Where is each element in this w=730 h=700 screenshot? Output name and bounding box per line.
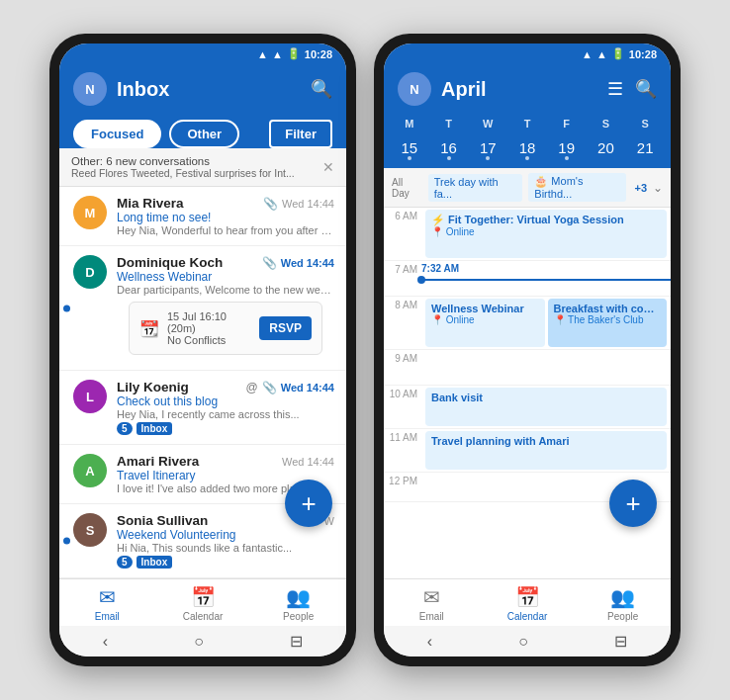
expand-icon[interactable]: ⌄: [653, 181, 663, 195]
list-view-icon[interactable]: ☰: [607, 78, 623, 100]
event-bank-title: Bank visit: [431, 392, 661, 403]
date-15[interactable]: 15: [390, 135, 429, 162]
email-phone: ▲ ▲ 🔋 10:28 N Inbox 🔍 Focused Other Filt…: [49, 34, 356, 666]
nav-email[interactable]: ✉ Email: [59, 585, 155, 622]
recents-button-email[interactable]: ⊟: [290, 632, 303, 651]
status-bar-cal: ▲ ▲ 🔋 10:28: [384, 44, 671, 64]
webinar-card: 📆 15 Jul 16:10 (20m) No Conflicts RSVP: [129, 302, 322, 355]
sender-dominique: Dominique Koch: [117, 255, 223, 270]
date-20[interactable]: 20: [587, 135, 626, 162]
webinar-conflicts: No Conflicts: [167, 334, 251, 346]
time-slot-11am: 11 AM Travel planning with Amari: [384, 429, 671, 473]
day-F: F: [547, 116, 587, 131]
people-icon-cal: 👥: [610, 585, 635, 609]
cal-header: N April ☰ 🔍: [384, 64, 671, 114]
search-icon[interactable]: 🔍: [311, 78, 332, 100]
date-18[interactable]: 18: [507, 135, 547, 162]
avatar-lily: L: [73, 380, 107, 413]
event-travel-title: Travel planning with Amari: [431, 435, 661, 447]
people-nav-label: People: [283, 611, 314, 622]
time-slot-6am: 6 AM ⚡ Fit Together: Virtual Yoga Sessio…: [384, 208, 671, 261]
people-label-cal: People: [607, 611, 638, 622]
email-item-mia[interactable]: M Mia Rivera 📎 Wed 14:44 Long time no se…: [59, 187, 346, 246]
home-button-email[interactable]: ○: [194, 633, 204, 651]
email-item-lily[interactable]: L Lily Koenig @ 📎 Wed 14:44 Check out: [59, 371, 346, 445]
email-nav-icon: ✉: [99, 585, 116, 609]
label-8am: 8 AM: [384, 297, 421, 349]
time-mia: Wed 14:44: [282, 198, 334, 210]
date-16[interactable]: 16: [429, 135, 469, 162]
preview-dominique: Dear participants, Welcome to the new we…: [117, 284, 334, 296]
day-W: W: [468, 116, 507, 131]
preview-mia: Hey Nia, Wonderful to hear from you afte…: [117, 224, 334, 236]
profile-avatar-cal[interactable]: N: [398, 72, 431, 106]
battery-icon: 🔋: [287, 47, 301, 60]
day-M: M: [390, 116, 429, 131]
nav-email-cal[interactable]: ✉ Email: [384, 585, 480, 622]
bottom-nav-cal: ✉ Email 📅 Calendar 👥 People: [384, 578, 671, 626]
day-S1: S: [587, 116, 626, 131]
status-bar-email: ▲ ▲ 🔋 10:28: [59, 44, 346, 64]
rsvp-button[interactable]: RSVP: [259, 316, 312, 340]
date-19[interactable]: 19: [547, 135, 587, 162]
battery-icon-cal: 🔋: [611, 47, 625, 60]
email-item-dominique[interactable]: D Dominique Koch 📎 Wed 14:44 Wellness We…: [59, 246, 346, 371]
add-event-fab[interactable]: +: [609, 480, 657, 527]
allday-event-trek[interactable]: Trek day with fa...: [428, 174, 523, 202]
nav-people-cal[interactable]: 👥 People: [575, 585, 671, 622]
compose-fab[interactable]: +: [285, 480, 332, 527]
more-events[interactable]: +3: [634, 182, 647, 194]
back-button-email[interactable]: ‹: [103, 633, 108, 651]
notification-bar: Other: 6 new conversations Reed Flores T…: [59, 148, 346, 187]
all-day-bar: All Day Trek day with fa... 🎂 Mom's Birt…: [384, 168, 671, 208]
event-wellness-title: Wellness Webinar: [431, 303, 539, 314]
event-yoga-loc: 📍 Online: [431, 226, 661, 237]
recents-button-cal[interactable]: ⊟: [614, 632, 627, 651]
event-wellness[interactable]: Wellness Webinar 📍 Online: [425, 299, 545, 347]
event-bank[interactable]: Bank visit: [425, 388, 667, 426]
at-icon-lily: @: [246, 381, 258, 394]
event-travel[interactable]: Travel planning with Amari: [425, 431, 667, 470]
android-nav-cal: ‹ ○ ⊟: [384, 626, 671, 656]
time-marker-dot: [417, 276, 425, 284]
close-notification-button[interactable]: ✕: [322, 159, 334, 175]
today-date: 20: [587, 139, 626, 156]
event-wellness-loc: 📍 Online: [431, 314, 539, 325]
nav-people[interactable]: 👥 People: [250, 585, 346, 622]
time-slot-7am: 7 AM 7:32 AM: [384, 261, 671, 297]
home-button-cal[interactable]: ○: [518, 633, 528, 651]
event-yoga[interactable]: ⚡ Fit Together: Virtual Yoga Session 📍 O…: [425, 210, 667, 258]
preview-lily: Hey Nia, I recently came across this...: [117, 408, 334, 420]
notif-line2: Reed Flores Tweeted, Festival surprises …: [71, 167, 322, 179]
email-header: N Inbox 🔍: [59, 64, 346, 116]
nav-calendar[interactable]: 📅 Calendar: [155, 585, 251, 622]
email-label-cal: Email: [419, 611, 444, 622]
event-breakfast-title: Breakfast with cous...: [554, 303, 662, 314]
weekday-headers: M T W T F S S: [384, 114, 671, 135]
other-tab[interactable]: Other: [169, 120, 239, 148]
subject-dominique: Wellness Webinar: [117, 270, 334, 284]
profile-avatar[interactable]: N: [73, 72, 107, 106]
sender-amari: Amari Rivera: [117, 454, 199, 469]
date-17[interactable]: 17: [468, 135, 507, 162]
time-slot-9am: 9 AM: [384, 350, 671, 386]
time-slot-10am: 10 AM Bank visit: [384, 386, 671, 429]
badge-lily: 5: [117, 422, 133, 435]
webinar-date: 15 Jul 16:10 (20m): [167, 310, 251, 334]
notif-line1: Other: 6 new conversations: [71, 155, 322, 167]
time-lily: Wed 14:44: [281, 382, 334, 394]
event-breakfast[interactable]: Breakfast with cous... 📍 The Baker's Clu…: [548, 299, 668, 347]
all-day-label: All Day: [392, 177, 422, 199]
search-icon-cal[interactable]: 🔍: [635, 78, 657, 100]
nav-calendar-cal[interactable]: 📅 Calendar: [480, 585, 576, 622]
calendar-phone: ▲ ▲ 🔋 10:28 N April ☰ 🔍 M T W T F: [374, 34, 681, 666]
back-button-cal[interactable]: ‹: [427, 633, 432, 651]
allday-event-birthday[interactable]: 🎂 Mom's Birthd...: [528, 173, 626, 202]
day-T1: T: [429, 116, 469, 131]
subject-sonia: Weekend Volunteering: [117, 528, 334, 542]
focused-tab[interactable]: Focused: [73, 120, 161, 148]
date-21[interactable]: 21: [625, 135, 665, 162]
filter-button[interactable]: Filter: [269, 120, 332, 148]
attachment-icon-mia: 📎: [263, 197, 278, 211]
calendar-nav-label: Calendar: [183, 611, 224, 622]
